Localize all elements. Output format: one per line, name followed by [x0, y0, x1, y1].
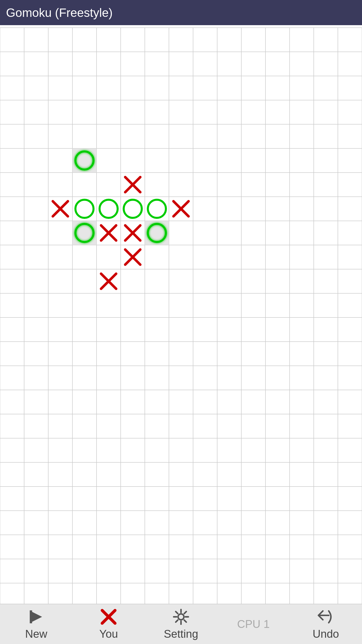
circle-piece-2 — [100, 200, 118, 218]
new-icon — [27, 608, 45, 626]
circle-piece-3 — [124, 200, 142, 218]
svg-line-67 — [176, 612, 178, 614]
undo-button[interactable]: Undo — [291, 607, 361, 642]
you-button[interactable]: You — [73, 607, 144, 642]
title-bar: Gomoku (Freestyle) — [0, 0, 362, 25]
cpu-button: CPU 1 — [218, 607, 289, 642]
undo-label: Undo — [312, 628, 339, 640]
cpu-label: CPU 1 — [237, 618, 270, 630]
app-title: Gomoku (Freestyle) — [6, 6, 113, 20]
you-cross-icon — [100, 608, 117, 626]
circle-piece-1 — [75, 200, 94, 218]
you-label: You — [99, 628, 118, 640]
setting-label: Setting — [164, 628, 198, 640]
grid-lines — [0, 28, 362, 604]
circle-piece-4 — [148, 200, 166, 218]
svg-point-62 — [178, 614, 184, 620]
svg-line-69 — [184, 612, 186, 614]
new-label: New — [25, 628, 47, 640]
game-board[interactable] — [0, 25, 362, 604]
undo-icon — [317, 608, 335, 626]
setting-button[interactable]: Setting — [146, 607, 216, 642]
svg-line-70 — [176, 620, 178, 622]
bottom-bar: New You Setting CPU 1 — [0, 604, 362, 644]
new-button[interactable]: New — [1, 607, 71, 642]
svg-line-68 — [184, 620, 186, 622]
svg-rect-59 — [30, 610, 32, 623]
setting-icon — [172, 608, 190, 626]
